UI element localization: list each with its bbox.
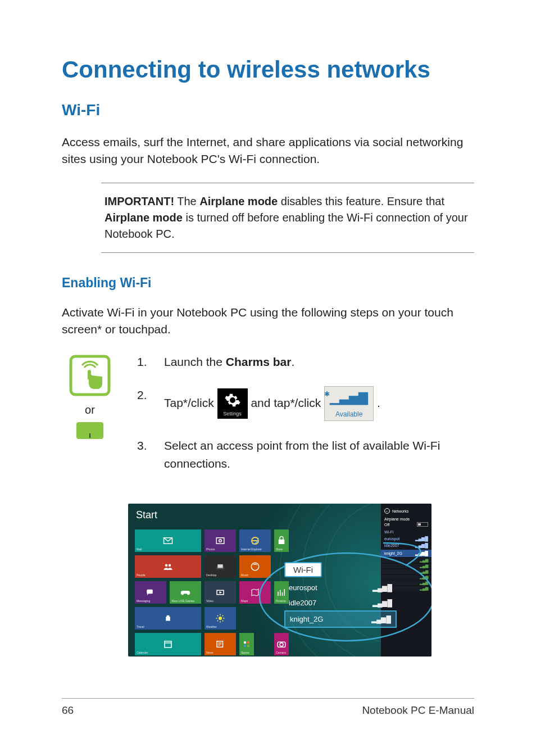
enabling-intro: Activate Wi-Fi in your Notebook PC using… [62, 304, 474, 338]
network-mini-item[interactable]: eurospot▂▄▆█ [384, 536, 428, 541]
networks-back-icon: ← [384, 508, 390, 514]
wifi-available-label: Available [325, 409, 373, 419]
touchpad-icon [76, 422, 103, 439]
important-label: IMPORTANT! [105, 195, 174, 207]
wifi-network-item[interactable]: knight_2G▂▄▆█ [284, 610, 397, 628]
step-1-text-c: . [291, 355, 294, 368]
svg-point-3 [219, 540, 222, 542]
start-tile-people[interactable]: People [135, 555, 201, 578]
intro-paragraph: Access emails, surf the Internet, and sh… [62, 134, 474, 168]
settings-charm-label: Settings [217, 410, 248, 418]
networks-title: Networks [392, 509, 408, 513]
networks-wifi-section: Wi-Fi [384, 530, 428, 534]
svg-point-17 [247, 641, 250, 644]
svg-rect-14 [165, 641, 171, 648]
page-number: 66 [62, 704, 74, 717]
svg-rect-11 [166, 617, 170, 621]
start-tile-xbox-live-games[interactable]: Xbox LIVE Games [170, 581, 201, 604]
svg-point-6 [169, 564, 171, 567]
page-title: Connecting to wireless networks [62, 56, 474, 83]
settings-charm-icon: Settings [217, 388, 248, 419]
start-label: Start [136, 509, 157, 521]
step-2-text-a: Tap*/click [164, 396, 217, 409]
start-tile-weather[interactable]: Weather [205, 607, 236, 630]
svg-point-18 [244, 645, 247, 648]
start-tile-sports[interactable]: Sports [239, 633, 254, 655]
start-tile-messaging[interactable]: Messaging [135, 581, 166, 604]
svg-rect-1 [88, 370, 91, 380]
important-bold-d: Airplane mode [105, 211, 183, 224]
svg-rect-2 [216, 538, 224, 544]
svg-point-16 [244, 641, 247, 644]
touchscreen-tap-icon [67, 353, 112, 398]
start-tile-news[interactable]: News [205, 633, 236, 655]
airplane-mode-state: Off [384, 523, 389, 527]
wifi-heading: Wi-Fi [62, 101, 474, 119]
start-tile-photos[interactable]: Photos [205, 529, 236, 552]
start-tile-desktop[interactable]: Desktop [205, 555, 236, 578]
step-3: Select an access point from the list of … [137, 437, 474, 472]
step-2-text-b: and tap*/click [251, 396, 324, 409]
input-method-column: or [62, 353, 118, 488]
important-text-a: The [174, 195, 199, 207]
wifi-callout-label: Wi-Fi [284, 562, 322, 577]
important-bold-b: Airplane mode [199, 195, 278, 207]
enabling-wifi-heading: Enabling Wi-Fi [62, 275, 474, 291]
svg-point-13 [219, 617, 222, 620]
wifi-network-item[interactable]: eurospot▂▄▆█ [284, 580, 397, 595]
airplane-mode-label: Airplane mode [384, 517, 410, 521]
start-screen-figure: Start MailPhotosInternet ExplorerStorePe… [128, 504, 431, 657]
step-1-text-a: Launch the [164, 355, 226, 368]
steps-list: Launch the Charms bar. Tap*/click Settin… [137, 353, 474, 473]
start-tile-mail[interactable]: Mail [135, 529, 201, 552]
start-tile-calendar[interactable]: Calendar [135, 633, 201, 655]
wifi-network-item[interactable]: idle2007▂▄▆█ [284, 595, 397, 610]
svg-rect-7 [218, 565, 223, 568]
svg-rect-12 [167, 615, 170, 617]
svg-rect-9 [147, 590, 153, 594]
wifi-callout-list: eurospot▂▄▆█idle2007▂▄▆█knight_2G▂▄▆█ [284, 580, 397, 628]
important-text-c: disables this feature. Ensure that [278, 195, 444, 207]
step-1-bold: Charms bar [226, 355, 292, 368]
step-2: Tap*/click Settings and tap*/click ✱▁▃▅▇… [137, 386, 474, 421]
svg-point-5 [165, 564, 168, 567]
svg-point-19 [247, 645, 250, 648]
footer-label: Notebook PC E-Manual [362, 704, 474, 717]
wifi-available-icon: ✱▁▃▅▇ Available [324, 386, 374, 421]
airplane-mode-toggle[interactable] [417, 522, 428, 527]
step-2-text-c: . [377, 396, 380, 409]
important-note: IMPORTANT! The Airplane mode disables th… [101, 183, 474, 253]
or-label: or [62, 404, 118, 417]
page-footer: 66 Notebook PC E-Manual [62, 698, 474, 717]
start-tile-travel[interactable]: Travel [135, 607, 201, 630]
start-tile-video[interactable]: Video [205, 581, 236, 604]
step-1: Launch the Charms bar. [137, 353, 474, 371]
